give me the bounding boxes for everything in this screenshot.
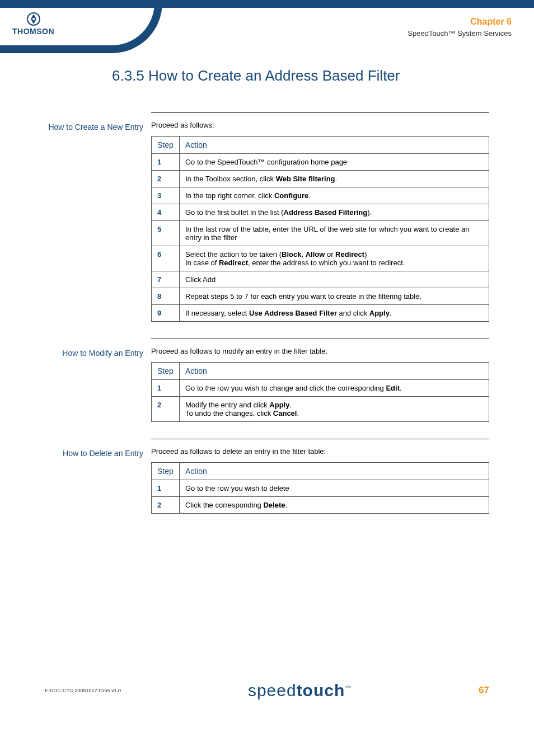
brand-logo: THOMSON — [12, 12, 54, 36]
step-number: 2 — [152, 497, 180, 514]
step-number: 2 — [152, 397, 180, 422]
step-action: In the top right corner, click Configure… — [180, 187, 489, 204]
section-side-label: How to Delete an Entry — [45, 439, 151, 514]
svg-point-1 — [32, 18, 34, 20]
table-row: 6Select the action to be taken (Block, A… — [152, 246, 489, 271]
table-header: Action — [180, 463, 489, 480]
brand-light: speed — [248, 681, 297, 699]
steps-table: StepAction1Go to the row you wish to del… — [151, 462, 489, 514]
table-row: 1Go to the row you wish to change and cl… — [152, 380, 489, 397]
table-row: 4Go to the first bullet in the list (Add… — [152, 204, 489, 221]
doc-section: How to Delete an EntryProceed as follows… — [45, 439, 489, 514]
logo-text: THOMSON — [12, 27, 54, 36]
page-number: 67 — [479, 685, 489, 696]
section-side-label: How to Create a New Entry — [45, 112, 151, 322]
step-number: 7 — [152, 271, 180, 288]
table-header: Step — [152, 363, 180, 380]
brand-tm: ™ — [345, 684, 352, 691]
brand-bold: touch — [297, 681, 345, 699]
table-row: 1Go to the row you wish to delete — [152, 480, 489, 497]
table-row: 9If necessary, select Use Address Based … — [152, 305, 489, 322]
step-action: Go to the SpeedTouch™ configuration home… — [180, 154, 489, 171]
table-header: Step — [152, 463, 180, 480]
logo-icon — [27, 12, 40, 26]
table-row: 8Repeat steps 5 to 7 for each entry you … — [152, 288, 489, 305]
table-row: 1Go to the SpeedTouch™ configuration hom… — [152, 154, 489, 171]
section-body: Proceed as follows to modify an entry in… — [151, 339, 489, 422]
page-footer: E-DOC-CTC-20051017-0155 v1.0 speedtouch™… — [0, 681, 534, 700]
table-row: 2In the Toolbox section, click Web Site … — [152, 171, 489, 187]
doc-section: How to Create a New EntryProceed as foll… — [45, 112, 489, 322]
step-action: Go to the row you wish to change and cli… — [180, 380, 489, 397]
chapter-label: Chapter 6 — [407, 17, 512, 27]
product-brand: speedtouch™ — [248, 681, 352, 700]
step-action: If necessary, select Use Address Based F… — [180, 305, 489, 322]
step-action: Click the corresponding Delete. — [180, 497, 489, 514]
step-action: In the last row of the table, enter the … — [180, 221, 489, 246]
table-row: 7Click Add — [152, 271, 489, 288]
step-number: 1 — [152, 380, 180, 397]
table-row: 3In the top right corner, click Configur… — [152, 187, 489, 204]
section-intro: Proceed as follows to delete an entry in… — [151, 447, 489, 456]
step-action: Select the action to be taken (Block, Al… — [180, 246, 489, 271]
section-body: Proceed as follows:StepAction1Go to the … — [151, 112, 489, 322]
step-number: 1 — [152, 480, 180, 497]
step-number: 9 — [152, 305, 180, 322]
step-action: Repeat steps 5 to 7 for each entry you w… — [180, 288, 489, 305]
step-action: Click Add — [180, 271, 489, 288]
table-header: Step — [152, 137, 180, 154]
step-number: 8 — [152, 288, 180, 305]
step-action: Go to the first bullet in the list (Addr… — [180, 204, 489, 221]
table-row: 5In the last row of the table, enter the… — [152, 221, 489, 246]
section-side-label: How to Modify an Entry — [45, 339, 151, 422]
step-number: 3 — [152, 187, 180, 204]
step-number: 1 — [152, 154, 180, 171]
steps-table: StepAction1Go to the SpeedTouch™ configu… — [151, 136, 489, 322]
section-intro: Proceed as follows to modify an entry in… — [151, 347, 489, 355]
chapter-title: SpeedTouch™ System Services — [407, 29, 512, 37]
step-number: 6 — [152, 246, 180, 271]
steps-table: StepAction1Go to the row you wish to cha… — [151, 362, 489, 422]
document-id: E-DOC-CTC-20051017-0155 v1.0 — [45, 688, 121, 693]
section-body: Proceed as follows to delete an entry in… — [151, 439, 489, 514]
table-row: 2Modify the entry and click Apply.To und… — [152, 397, 489, 422]
table-header: Action — [180, 137, 489, 154]
step-action: In the Toolbox section, click Web Site f… — [180, 171, 489, 187]
table-row: 2Click the corresponding Delete. — [152, 497, 489, 514]
table-header: Action — [180, 363, 489, 380]
section-intro: Proceed as follows: — [151, 121, 489, 129]
doc-section: How to Modify an EntryProceed as follows… — [45, 339, 489, 422]
step-action: Go to the row you wish to delete — [180, 480, 489, 497]
main-content: 6.3.5 How to Create an Address Based Fil… — [0, 67, 534, 530]
page-title: 6.3.5 How to Create an Address Based Fil… — [112, 67, 489, 84]
step-number: 5 — [152, 221, 180, 246]
step-number: 4 — [152, 204, 180, 221]
page-header: Chapter 6 SpeedTouch™ System Services — [407, 17, 512, 37]
step-action: Modify the entry and click Apply.To undo… — [180, 397, 489, 422]
step-number: 2 — [152, 171, 180, 187]
